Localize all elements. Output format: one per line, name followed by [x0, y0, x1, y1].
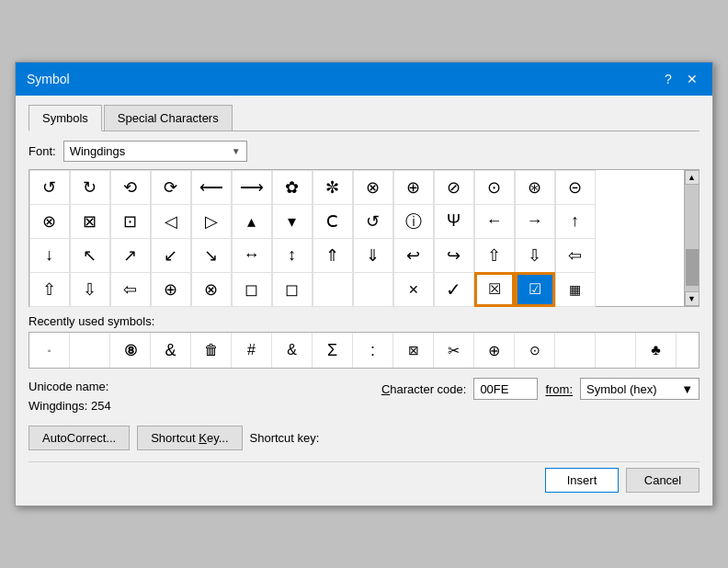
- symbol-cell[interactable]: ↻: [70, 170, 110, 205]
- symbol-cell[interactable]: [313, 272, 353, 307]
- symbol-cell[interactable]: ⊗: [29, 204, 70, 239]
- symbol-cell[interactable]: ⊗: [353, 170, 393, 205]
- symbol-cell[interactable]: ⊕: [393, 170, 434, 205]
- help-button[interactable]: ?: [659, 70, 677, 88]
- symbol-cell[interactable]: ⊛: [515, 170, 555, 205]
- symbol-cell[interactable]: ⊕: [151, 272, 191, 307]
- symbol-cell[interactable]: ⇓: [353, 238, 393, 273]
- symbol-cell[interactable]: ✓: [434, 272, 474, 307]
- symbol-cell[interactable]: ⇦: [555, 238, 596, 273]
- symbol-cell[interactable]: ⊗: [191, 272, 232, 307]
- symbol-cell[interactable]: ⇧: [29, 272, 70, 307]
- scroll-down-button[interactable]: ▼: [685, 291, 700, 306]
- recent-cell[interactable]: ✂: [434, 333, 474, 368]
- recent-cell[interactable]: ⑧: [110, 333, 151, 368]
- symbol-cell[interactable]: ▷: [191, 204, 232, 239]
- symbol-cell-checkbox-selected[interactable]: ☑: [515, 272, 555, 307]
- symbol-cell[interactable]: ✿: [272, 170, 313, 205]
- insert-button[interactable]: Insert: [545, 468, 619, 493]
- symbol-cell[interactable]: ↙: [151, 238, 191, 273]
- shortcut-key-button[interactable]: Shortcut Key...: [137, 426, 242, 450]
- symbol-cell[interactable]: ✼: [313, 170, 353, 205]
- symbol-cell[interactable]: ⇑: [313, 238, 353, 273]
- symbol-cell[interactable]: ↔: [232, 238, 272, 273]
- recent-cell[interactable]: 🗑: [191, 333, 232, 368]
- title-bar-controls: ? ✕: [659, 70, 701, 88]
- recent-cell[interactable]: &: [151, 333, 191, 368]
- symbol-cell[interactable]: Ψ: [434, 204, 474, 239]
- char-code-row: Character code: from: Symbol (hex) ▼: [381, 378, 700, 400]
- symbol-cell[interactable]: ↕: [272, 238, 313, 273]
- cancel-button[interactable]: Cancel: [626, 468, 700, 493]
- symbol-cell[interactable]: ↩: [393, 238, 434, 273]
- autocorrect-button[interactable]: AutoCorrect...: [28, 426, 130, 450]
- symbol-cell[interactable]: ↺: [353, 204, 393, 239]
- recent-cell[interactable]: ⊕: [474, 333, 515, 368]
- buttons-row: AutoCorrect... Shortcut Key... Shortcut …: [28, 426, 700, 450]
- symbol-cell[interactable]: ⟳: [151, 170, 191, 205]
- font-row: Font: Wingdings ▼: [28, 141, 700, 162]
- from-label: from:: [545, 382, 573, 396]
- scroll-up-button[interactable]: ▲: [685, 170, 700, 185]
- recent-cell[interactable]: ♣: [636, 333, 677, 368]
- from-value: Symbol (hex): [586, 382, 657, 396]
- symbol-cell[interactable]: ⇧: [474, 238, 515, 273]
- symbol-cell[interactable]: →: [515, 204, 555, 239]
- symbol-cell[interactable]: ←: [474, 204, 515, 239]
- symbol-cell[interactable]: ⇦: [110, 272, 151, 307]
- symbol-cell[interactable]: [353, 272, 393, 307]
- symbol-dialog: Symbol ? ✕ Symbols Special Characters Fo…: [15, 62, 713, 506]
- recent-cell[interactable]: ⊠: [393, 333, 434, 368]
- symbol-cell[interactable]: ⊝: [555, 170, 596, 205]
- recent-cell[interactable]: :: [353, 333, 393, 368]
- symbol-cell[interactable]: ▦: [555, 272, 596, 307]
- from-dropdown[interactable]: Symbol (hex) ▼: [580, 378, 700, 400]
- symbol-cell[interactable]: ◻: [232, 272, 272, 307]
- symbol-cell[interactable]: ⟲: [110, 170, 151, 205]
- symbol-cell[interactable]: ⊙: [474, 170, 515, 205]
- char-code-input[interactable]: [473, 378, 538, 400]
- scrollbar[interactable]: ▲ ▼: [684, 170, 699, 306]
- recent-cell[interactable]: ◦: [29, 333, 70, 368]
- symbol-cell[interactable]: ↪: [434, 238, 474, 273]
- symbol-cell[interactable]: ↺: [29, 170, 70, 205]
- symbol-cell[interactable]: ⊡: [110, 204, 151, 239]
- symbol-cell[interactable]: ◁: [151, 204, 191, 239]
- symbol-cell[interactable]: ✕: [393, 272, 434, 307]
- symbol-cell[interactable]: ⟶: [232, 170, 272, 205]
- recent-cell[interactable]: ⊙: [515, 333, 555, 368]
- recent-cell[interactable]: [555, 333, 596, 368]
- symbol-cell-xbox[interactable]: ☒: [474, 272, 515, 307]
- font-value: Wingdings: [70, 144, 126, 158]
- symbol-cell[interactable]: ↘: [191, 238, 232, 273]
- symbol-cell[interactable]: ⇩: [515, 238, 555, 273]
- symbol-cell[interactable]: ↓: [29, 238, 70, 273]
- scrollbar-track: [685, 185, 699, 291]
- symbol-cell[interactable]: ⇩: [70, 272, 110, 307]
- font-dropdown[interactable]: Wingdings ▼: [63, 141, 247, 162]
- symbol-cell[interactable]: Ⅽ: [313, 204, 353, 239]
- info-row: Unicode name: Wingdings: 254 Character c…: [28, 378, 700, 416]
- tab-special-characters[interactable]: Special Characters: [104, 105, 233, 131]
- symbol-cell[interactable]: ⊘: [434, 170, 474, 205]
- tab-symbols[interactable]: Symbols: [28, 105, 102, 131]
- symbol-cell[interactable]: ◻: [272, 272, 313, 307]
- symbol-grid: ↺ ↻ ⟲ ⟳ ⟵ ⟶ ✿ ✼ ⊗ ⊕ ⊘ ⊙ ⊛ ⊝ ⊗ ⊠ ⊡ ◁ ▷ ▴: [29, 170, 684, 306]
- symbol-cell[interactable]: ⟵: [191, 170, 232, 205]
- symbol-cell[interactable]: ⓘ: [393, 204, 434, 239]
- recent-cell[interactable]: &: [272, 333, 313, 368]
- recent-cell[interactable]: Σ: [313, 333, 353, 368]
- shortcut-key-text: Shortcut key:: [250, 431, 320, 445]
- close-button[interactable]: ✕: [683, 70, 701, 88]
- symbol-cell[interactable]: ↑: [555, 204, 596, 239]
- symbol-cell[interactable]: ▾: [272, 204, 313, 239]
- symbol-cell[interactable]: ↗: [110, 238, 151, 273]
- scrollbar-thumb[interactable]: [686, 249, 699, 286]
- symbol-cell[interactable]: ↖: [70, 238, 110, 273]
- symbol-cell[interactable]: ▴: [232, 204, 272, 239]
- recent-cell[interactable]: [596, 333, 636, 368]
- recent-cell[interactable]: [70, 333, 110, 368]
- symbol-cell[interactable]: ⊠: [70, 204, 110, 239]
- tab-bar: Symbols Special Characters: [28, 105, 700, 131]
- recent-cell[interactable]: #: [232, 333, 272, 368]
